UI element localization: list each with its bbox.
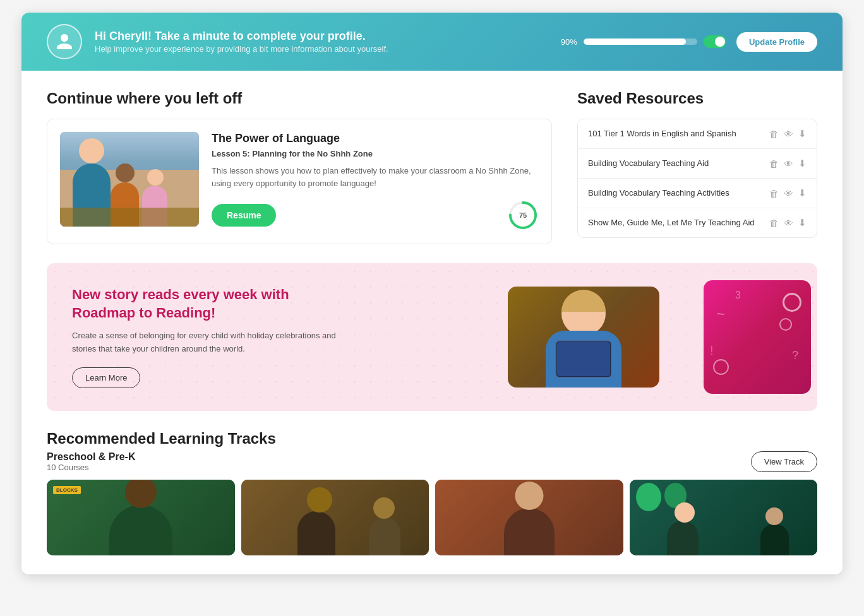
continue-section: Continue where you left off bbox=[47, 90, 552, 244]
promo-title: New story reads every week with Roadmap … bbox=[72, 286, 337, 322]
course-thumbnail-2[interactable] bbox=[241, 480, 429, 555]
lesson-description: This lesson shows you how to plan effect… bbox=[212, 165, 539, 189]
download-icon[interactable]: ⬇ bbox=[798, 128, 807, 139]
lesson-course-name: The Power of Language bbox=[212, 132, 539, 145]
lesson-info: The Power of Language Lesson 5: Planning… bbox=[212, 132, 539, 231]
list-item: Show Me, Guide Me, Let Me Try Teaching A… bbox=[578, 208, 817, 237]
saved-resources-section: Saved Resources 101 Tier 1 Words in Engl… bbox=[577, 90, 817, 244]
main-content: Continue where you left off bbox=[21, 71, 843, 574]
view-icon[interactable]: 👁 bbox=[784, 218, 793, 228]
promo-content: New story reads every week with Roadmap … bbox=[72, 286, 337, 388]
resource-name: 101 Tier 1 Words in English and Spanish bbox=[588, 129, 763, 139]
list-item: 101 Tier 1 Words in English and Spanish … bbox=[578, 119, 817, 149]
promo-main-photo bbox=[508, 287, 659, 388]
view-track-button[interactable]: View Track bbox=[751, 451, 817, 472]
lesson-name: Lesson 5: Planning for the No Shhh Zone bbox=[212, 149, 539, 158]
promo-side-photo: ~ ? ! 3 bbox=[704, 280, 811, 394]
delete-icon[interactable]: 🗑 bbox=[769, 218, 779, 228]
resource-actions: 🗑 👁 ⬇ bbox=[769, 158, 807, 169]
track-info: Preschool & Pre-K 10 Courses bbox=[47, 451, 135, 472]
list-item: Building Vocabulary Teaching Aid 🗑 👁 ⬇ bbox=[578, 149, 817, 179]
course-thumbnail-1[interactable]: BLOCKS bbox=[47, 480, 235, 555]
header-subtitle: Help improve your experience by providin… bbox=[95, 44, 548, 54]
promo-image-area: ~ ? ! 3 bbox=[489, 263, 817, 411]
view-icon[interactable]: 👁 bbox=[784, 188, 793, 199]
user-avatar bbox=[47, 24, 82, 59]
saved-resources-title: Saved Resources bbox=[577, 90, 817, 107]
resource-name: Show Me, Guide Me, Let Me Try Teaching A… bbox=[588, 218, 763, 228]
promo-banner: New story reads every week with Roadmap … bbox=[47, 263, 817, 411]
header-banner: Hi Cheryll! Take a minute to complete yo… bbox=[21, 13, 843, 71]
top-section: Continue where you left off bbox=[47, 90, 817, 244]
course-thumbnail-3[interactable] bbox=[435, 480, 623, 555]
header-text: Hi Cheryll! Take a minute to complete yo… bbox=[95, 30, 548, 54]
resource-name: Building Vocabulary Teaching Aid bbox=[588, 158, 763, 169]
resource-list: 101 Tier 1 Words in English and Spanish … bbox=[577, 119, 817, 238]
course-thumbnail-4[interactable] bbox=[630, 480, 818, 555]
update-profile-button[interactable]: Update Profile bbox=[736, 32, 817, 52]
download-icon[interactable]: ⬇ bbox=[798, 158, 807, 169]
header-title: Hi Cheryll! Take a minute to complete yo… bbox=[95, 30, 548, 43]
progress-bar-fill bbox=[584, 38, 686, 45]
classroom-image bbox=[60, 132, 199, 227]
delete-icon[interactable]: 🗑 bbox=[769, 188, 779, 199]
recommended-section: Recommended Learning Tracks Preschool & … bbox=[47, 430, 817, 555]
promo-photo-collage: ~ ? ! 3 bbox=[495, 280, 811, 394]
profile-progress: 90% bbox=[561, 35, 726, 48]
lesson-progress-circle: 75 bbox=[507, 199, 539, 231]
learn-more-button[interactable]: Learn More bbox=[72, 367, 140, 388]
track-header: Preschool & Pre-K 10 Courses View Track bbox=[47, 451, 817, 472]
delete-icon[interactable]: 🗑 bbox=[769, 158, 779, 169]
lesson-thumbnail bbox=[60, 132, 199, 227]
download-icon[interactable]: ⬇ bbox=[798, 217, 807, 228]
continue-title: Continue where you left off bbox=[47, 90, 552, 107]
track-course-count: 10 Courses bbox=[47, 463, 135, 472]
resource-actions: 🗑 👁 ⬇ bbox=[769, 187, 807, 199]
promo-description: Create a sense of belonging for every ch… bbox=[72, 329, 337, 356]
resource-actions: 🗑 👁 ⬇ bbox=[769, 128, 807, 139]
recommended-title: Recommended Learning Tracks bbox=[47, 430, 817, 447]
progress-bar-background bbox=[584, 38, 697, 45]
resource-actions: 🗑 👁 ⬇ bbox=[769, 217, 807, 228]
toggle-switch[interactable] bbox=[704, 35, 726, 48]
view-icon[interactable]: 👁 bbox=[784, 158, 793, 169]
delete-icon[interactable]: 🗑 bbox=[769, 129, 779, 139]
resource-name: Building Vocabulary Teaching Activities bbox=[588, 188, 763, 199]
view-icon[interactable]: 👁 bbox=[784, 129, 793, 139]
list-item: Building Vocabulary Teaching Activities … bbox=[578, 179, 817, 208]
resume-button[interactable]: Resume bbox=[212, 204, 276, 227]
header-right: 90% Update Profile bbox=[561, 32, 817, 52]
lesson-card: The Power of Language Lesson 5: Planning… bbox=[47, 119, 552, 244]
download-icon[interactable]: ⬇ bbox=[798, 187, 807, 199]
progress-percent-text: 75 bbox=[519, 211, 527, 219]
lesson-actions: Resume 75 bbox=[212, 199, 539, 231]
course-thumbnails: BLOCKS bbox=[47, 480, 817, 555]
progress-percent-label: 90% bbox=[561, 37, 577, 47]
track-name: Preschool & Pre-K bbox=[47, 451, 135, 463]
